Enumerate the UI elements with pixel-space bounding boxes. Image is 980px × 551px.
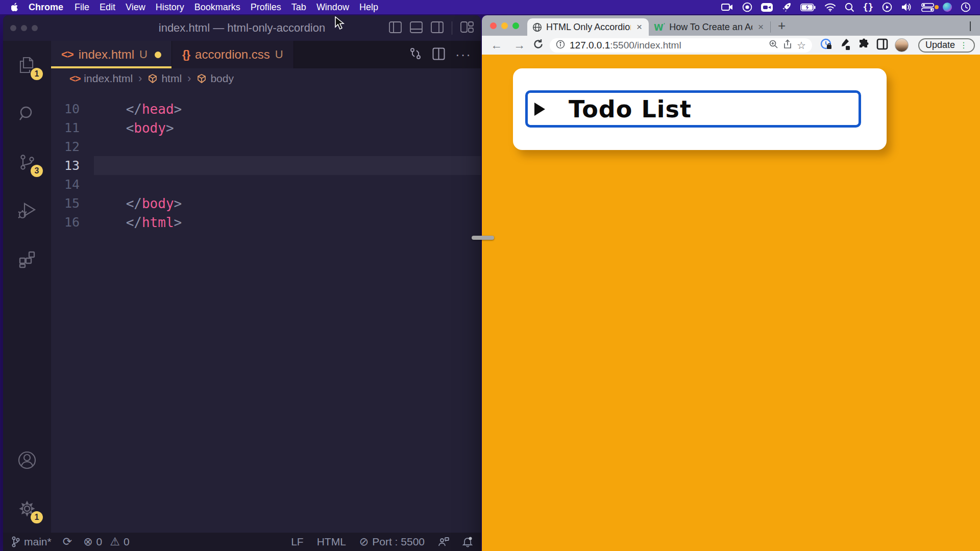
zoom-window-button[interactable] xyxy=(512,22,519,29)
video-camera-icon[interactable] xyxy=(761,2,773,13)
eol-indicator[interactable]: LF xyxy=(291,536,304,548)
minimize-window-button[interactable] xyxy=(501,22,508,29)
browser-tab[interactable]: HTML Only Accordion× xyxy=(527,18,649,36)
open-changes-icon[interactable] xyxy=(409,47,422,62)
tab-label: accordion.css xyxy=(195,47,270,62)
search-icon[interactable] xyxy=(845,2,854,13)
breadcrumb-body[interactable]: body xyxy=(197,72,234,85)
language-mode[interactable]: HTML xyxy=(317,536,346,548)
address-bar[interactable]: 127.0.0.1:5500/index.html ☆ xyxy=(550,38,812,53)
url-text[interactable]: 127.0.0.1:5500/index.html xyxy=(570,40,681,51)
problems-status[interactable]: ⊗0 ⚠0 xyxy=(83,535,130,548)
vscode-tab-bar: <>index.htmlU{}accordion.cssU ··· xyxy=(51,41,481,68)
menu-bookmarks[interactable]: Bookmarks xyxy=(189,2,246,13)
activitybar-explorer-icon[interactable]: 1 xyxy=(3,41,51,89)
modified-indicator: U xyxy=(275,48,283,61)
menu-edit[interactable]: Edit xyxy=(94,2,120,13)
code-line-12[interactable]: 12 xyxy=(51,137,481,156)
zoom-window-button[interactable] xyxy=(32,25,38,31)
code-line-15[interactable]: 15 </body> xyxy=(51,194,481,213)
code-editor[interactable]: 10 </head>11 <body>12131415 </body>16 </… xyxy=(51,89,481,533)
close-window-button[interactable] xyxy=(490,22,497,29)
code-text xyxy=(94,137,481,156)
bookmark-star-icon[interactable]: ☆ xyxy=(797,40,806,51)
zoom-icon[interactable] xyxy=(769,39,778,51)
sync-changes-button[interactable]: ⟳ xyxy=(63,535,72,548)
play-circle-icon[interactable] xyxy=(882,2,892,13)
code-braces-icon[interactable]: {} xyxy=(863,2,873,13)
notifications-bell-icon[interactable] xyxy=(462,536,473,547)
update-chrome-button[interactable]: Update ⋮ xyxy=(918,38,975,53)
clock-icon[interactable] xyxy=(961,2,971,13)
close-tab-icon[interactable]: × xyxy=(756,21,765,33)
editor-tab-accordion.css[interactable]: {}accordion.cssU xyxy=(172,41,294,68)
toggle-panel-icon[interactable] xyxy=(410,21,423,35)
apple-logo-icon[interactable] xyxy=(7,3,22,12)
toggle-sidebar-icon[interactable] xyxy=(389,21,402,35)
activitybar-account-icon[interactable] xyxy=(3,436,51,484)
volume-icon[interactable] xyxy=(901,2,913,13)
new-tab-button[interactable]: + xyxy=(771,18,793,34)
menu-window[interactable]: Window xyxy=(311,2,354,13)
code-line-11[interactable]: 11 <body> xyxy=(51,118,481,137)
vscode-title-bar[interactable]: index.html — html-only-accordion xyxy=(3,15,481,41)
split-editor-icon[interactable] xyxy=(432,47,445,62)
activitybar-source-control-icon[interactable]: 3 xyxy=(3,138,51,186)
breadcrumb-chevron-icon: › xyxy=(137,72,143,85)
activitybar-extensions-icon[interactable] xyxy=(3,235,51,283)
close-window-button[interactable] xyxy=(10,25,16,31)
share-icon[interactable] xyxy=(783,39,792,52)
menu-history[interactable]: History xyxy=(151,2,189,13)
reload-button[interactable] xyxy=(533,39,544,52)
line-number: 10 xyxy=(51,102,94,116)
page-info-icon[interactable] xyxy=(556,40,565,51)
wifi-icon[interactable] xyxy=(824,2,836,13)
activitybar-run-debug-icon[interactable] xyxy=(3,186,51,235)
window-resize-handle[interactable] xyxy=(472,236,494,240)
forward-button[interactable]: → xyxy=(510,38,529,52)
menu-view[interactable]: View xyxy=(120,2,151,13)
back-button[interactable]: ← xyxy=(487,38,506,52)
control-center-icon[interactable] xyxy=(921,2,934,13)
minimize-window-button[interactable] xyxy=(21,25,27,31)
extensions-puzzle-icon[interactable] xyxy=(857,38,870,53)
toggle-secondary-sidebar-icon[interactable] xyxy=(431,21,444,35)
customize-layout-icon[interactable] xyxy=(460,21,474,35)
code-line-14[interactable]: 14 xyxy=(51,175,481,194)
menu-profiles[interactable]: Profiles xyxy=(246,2,286,13)
vscode-traffic-lights[interactable] xyxy=(10,25,38,31)
code-line-13[interactable]: 13 xyxy=(51,156,481,175)
menu-file[interactable]: File xyxy=(69,2,94,13)
editor-tab-index.html[interactable]: <>index.htmlU xyxy=(51,41,172,68)
code-line-10[interactable]: 10 </head> xyxy=(51,99,481,118)
privacy-clock-extension-icon[interactable] xyxy=(820,38,832,53)
menu-help[interactable]: Help xyxy=(354,2,383,13)
feedback-icon[interactable] xyxy=(438,537,449,547)
side-panel-icon[interactable] xyxy=(876,38,888,52)
tab-title: How To Create an Accordion xyxy=(669,22,752,33)
breadcrumb-index.html[interactable]: <>index.html xyxy=(69,72,133,85)
activitybar-settings-icon[interactable]: 1 xyxy=(3,484,51,533)
camera-icon[interactable] xyxy=(721,2,733,13)
record-icon[interactable] xyxy=(742,2,752,13)
activitybar-search-icon[interactable] xyxy=(3,89,51,138)
siri-icon[interactable] xyxy=(943,2,952,13)
w3schools-favicon-icon: W' xyxy=(654,22,665,33)
breadcrumb-html[interactable]: html xyxy=(148,72,182,85)
battery-charging-icon[interactable] xyxy=(800,2,816,13)
rocket-icon[interactable] xyxy=(781,2,792,13)
menu-tab[interactable]: Tab xyxy=(286,2,311,13)
chrome-toolbar: ← → 127.0.0.1:5500/index.html ☆ Update ⋮ xyxy=(482,36,980,55)
menu-chrome[interactable]: Chrome xyxy=(22,2,69,13)
live-server-port[interactable]: ⊘Port : 5500 xyxy=(359,535,425,548)
profile-avatar[interactable] xyxy=(895,38,909,52)
code-line-16[interactable]: 16 </html> xyxy=(51,213,481,232)
eyedropper-extension-icon[interactable] xyxy=(839,38,851,53)
more-actions-icon[interactable]: ··· xyxy=(455,47,472,63)
close-tab-icon[interactable]: × xyxy=(635,21,644,33)
chrome-traffic-lights[interactable] xyxy=(482,22,527,36)
accordion-summary[interactable]: Todo List xyxy=(525,90,861,128)
git-branch-status[interactable]: main* xyxy=(11,536,52,548)
tab-search-chevron-icon[interactable] xyxy=(970,21,980,31)
browser-tab[interactable]: W'How To Create an Accordion× xyxy=(649,18,770,36)
